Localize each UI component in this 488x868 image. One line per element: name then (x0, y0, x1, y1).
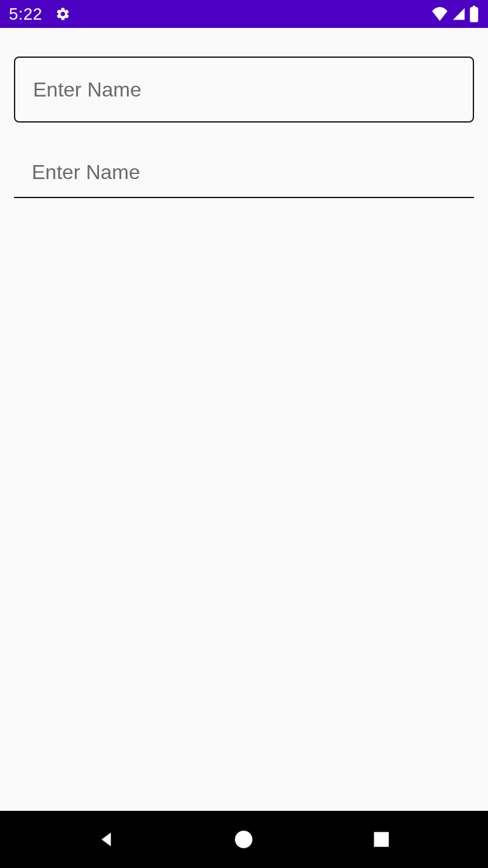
name-input-underlined[interactable] (14, 132, 474, 198)
content-area (0, 28, 488, 198)
battery-icon (469, 6, 479, 22)
name-input-outlined[interactable] (14, 57, 474, 123)
status-left: 5:22 (9, 4, 70, 24)
back-button[interactable] (69, 820, 145, 858)
status-bar: 5:22 (0, 0, 488, 28)
wifi-icon (431, 7, 449, 21)
square-icon (373, 831, 390, 848)
cellular-icon (451, 7, 466, 21)
navigation-bar (0, 811, 488, 868)
svg-rect-1 (374, 832, 388, 846)
home-button[interactable] (206, 820, 282, 858)
status-time: 5:22 (9, 4, 43, 24)
recent-apps-button[interactable] (343, 820, 419, 858)
status-right (431, 6, 479, 22)
gear-icon (55, 6, 70, 22)
svg-point-0 (235, 831, 253, 848)
home-icon (234, 830, 253, 849)
back-icon (96, 829, 117, 850)
